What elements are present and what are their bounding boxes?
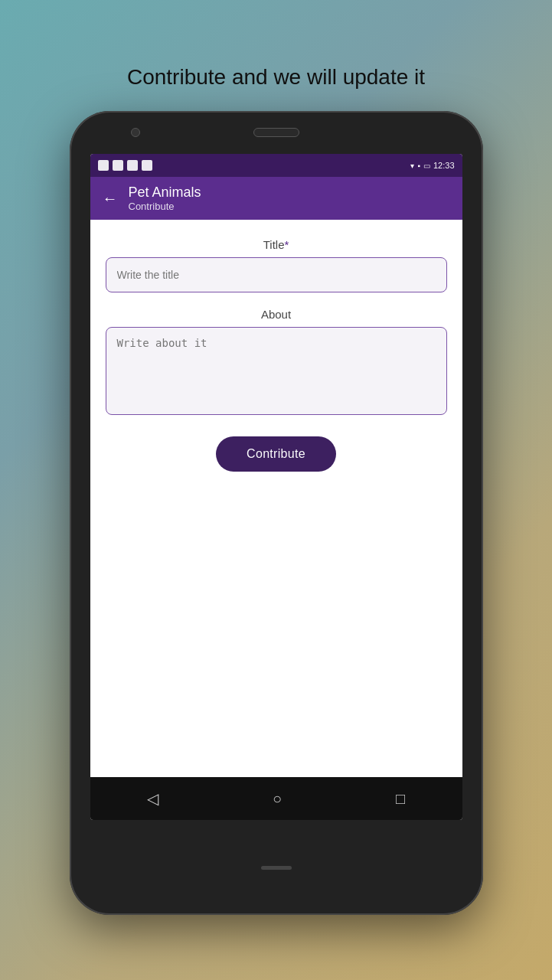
phone-shell: f ✉ ▣ ▤ ▾ ▪ ▭ 12:33 ← Pet Animals Contri… — [70, 111, 483, 915]
phone-screen: f ✉ ▣ ▤ ▾ ▪ ▭ 12:33 ← Pet Animals Contri… — [90, 154, 462, 820]
battery-icon: ▭ — [423, 162, 430, 170]
wifi-icon: ▾ — [410, 162, 414, 170]
nav-back-button[interactable]: ◁ — [147, 789, 158, 808]
camera-dot — [131, 128, 140, 137]
app-subtitle: Contribute — [129, 201, 201, 212]
nav-bar: ◁ ○ □ — [90, 777, 462, 820]
title-label: Title* — [263, 238, 289, 251]
status-time: 12:33 — [433, 161, 455, 170]
bag-icon: ▤ — [142, 160, 152, 171]
page-headline: Contribute and we will update it — [127, 65, 425, 90]
facebook-icon: f — [98, 160, 109, 171]
contribute-button[interactable]: Contribute — [216, 436, 336, 472]
nav-recents-button[interactable]: □ — [396, 790, 405, 808]
mail-icon: ✉ — [113, 160, 123, 171]
app-title: Pet Animals — [129, 185, 201, 201]
phone-bottom — [261, 820, 292, 915]
photo-icon: ▣ — [127, 160, 138, 171]
home-indicator — [261, 866, 292, 870]
about-input[interactable] — [106, 327, 447, 415]
screen-content: Title* About Contribute — [90, 220, 462, 777]
back-button[interactable]: ← — [103, 191, 118, 206]
status-bar: f ✉ ▣ ▤ ▾ ▪ ▭ 12:33 — [90, 154, 462, 177]
status-icons-right: ▾ ▪ ▭ 12:33 — [410, 161, 454, 170]
about-label: About — [261, 308, 291, 321]
nav-home-button[interactable]: ○ — [273, 790, 282, 808]
status-icons-left: f ✉ ▣ ▤ — [98, 160, 152, 171]
phone-speaker — [253, 128, 299, 137]
app-bar-titles: Pet Animals Contribute — [129, 185, 201, 212]
signal-icon: ▪ — [417, 162, 420, 170]
app-bar: ← Pet Animals Contribute — [90, 177, 462, 220]
phone-top-bar — [70, 111, 483, 154]
title-input[interactable] — [106, 257, 447, 292]
